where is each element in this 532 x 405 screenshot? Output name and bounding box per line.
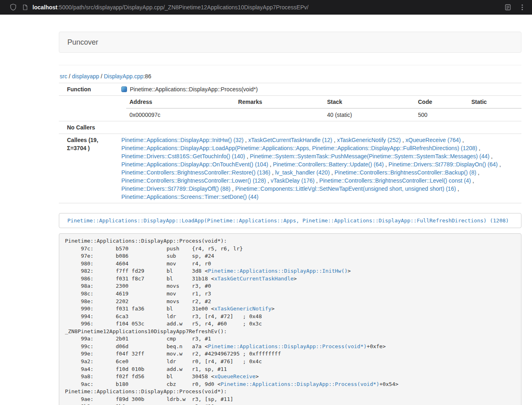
breadcrumb-link-src[interactable]: src	[60, 73, 67, 80]
code-symbol-link[interactable]: Pinetime::Applications::DisplayApp::Proc…	[221, 381, 379, 387]
page-icon	[21, 3, 29, 11]
callee-link[interactable]: Pinetime::Components::LittleVgl::SetNewT…	[235, 185, 456, 192]
callee-link[interactable]: Pinetime::Drivers::St7789::DisplayOn() (…	[388, 161, 498, 168]
method-icon	[121, 86, 127, 92]
callee-link[interactable]: xTaskGetCurrentTaskHandle (12)	[248, 137, 332, 143]
url-text: localhost:5000/path/src/displayapp/Displ…	[32, 4, 308, 11]
disassembly-panel: Pinetime::Applications::DisplayApp::Proc…	[59, 233, 521, 405]
function-detail-values-row: 0x0000097c 40 (static) 500	[126, 108, 521, 121]
callee-link[interactable]: vTaskDelay (176)	[271, 177, 314, 184]
callees-list: Pinetime::Applications::DisplayApp::Init…	[118, 134, 521, 203]
column-header: Remarks	[235, 96, 324, 108]
page-title: Puncover	[67, 38, 98, 47]
column-header: Code	[415, 96, 468, 108]
shield-icon[interactable]	[9, 3, 17, 11]
no-callers-label: No Callers	[59, 121, 118, 134]
static-cell	[468, 108, 521, 121]
breadcrumb-separator: /	[99, 73, 104, 80]
callee-link[interactable]: Pinetime::Applications::DisplayApp::Init…	[121, 137, 243, 143]
browser-chrome: localhost:5000/path/src/displayapp/Displ…	[0, 0, 532, 15]
breadcrumb-link-displayapp[interactable]: displayapp	[72, 73, 99, 80]
app-header: Puncover	[59, 32, 521, 53]
code-symbol-link[interactable]: xTaskGetCurrentTaskHandle	[214, 276, 294, 282]
stack-cell: 40 (static)	[324, 108, 415, 121]
function-name-cell: Pinetime::Applications::DisplayApp::Proc…	[118, 83, 521, 96]
address-cell: 0x0000097c	[126, 108, 235, 121]
callee-link[interactable]: Pinetime::Controllers::BrightnessControl…	[121, 169, 270, 176]
callee-link[interactable]: Pinetime::System::SystemTask::PushMessag…	[250, 153, 490, 159]
callee-link[interactable]: Pinetime::Applications::DisplayApp::Load…	[121, 145, 477, 151]
remarks-cell	[235, 108, 324, 121]
function-detail-table: AddressRemarksStackCodeStatic 0x0000097c…	[126, 96, 521, 121]
breadcrumb: src / displayapp / DisplayApp.cpp:86	[60, 73, 521, 80]
highlighted-callee-link[interactable]: Pinetime::Applications::DisplayApp::Load…	[67, 218, 509, 224]
function-row-label: Function	[59, 83, 118, 96]
highlighted-callee-panel: Pinetime::Applications::DisplayApp::Load…	[59, 213, 521, 228]
page-content: Puncover src / displayapp / DisplayApp.c…	[59, 32, 521, 405]
code-cell: 500	[415, 108, 468, 121]
column-header: Address	[126, 96, 235, 108]
inner-table-header-row: AddressRemarksStackCodeStatic	[126, 96, 521, 108]
code-symbol-link[interactable]: xTaskGenericNotify	[214, 306, 271, 312]
kebab-menu-icon[interactable]	[518, 3, 526, 11]
function-table: Function Pinetime::Applications::Display…	[59, 83, 521, 203]
callees-row: Callees (19, Σ=3704 ) Pinetime::Applicat…	[59, 134, 521, 203]
url-host: localhost	[32, 4, 57, 11]
code-symbol-link[interactable]: Pinetime::Applications::DisplayApp::Init…	[208, 268, 347, 274]
callee-link[interactable]: Pinetime::Controllers::BrightnessControl…	[121, 177, 266, 184]
no-callers-row: No Callers	[59, 121, 521, 134]
callee-link[interactable]: Pinetime::Drivers::St7789::DisplayOff() …	[121, 185, 230, 192]
no-callers-cell	[118, 121, 521, 134]
code-symbol-link[interactable]: Pinetime::Applications::DisplayApp::Proc…	[208, 343, 366, 349]
callee-link[interactable]: Pinetime::Applications::DisplayApp::OnTo…	[121, 161, 268, 168]
callee-link[interactable]: lv_task_handler (420)	[275, 169, 330, 176]
callee-link[interactable]: Pinetime::Drivers::Cst816S::GetTouchInfo…	[121, 153, 245, 159]
breadcrumb-line-number: :86	[143, 73, 151, 80]
divider	[59, 65, 521, 65]
callee-link[interactable]: xTaskGenericNotify (252)	[337, 137, 401, 143]
breadcrumb-link-file[interactable]: DisplayApp.cpp	[104, 73, 143, 80]
reader-view-icon[interactable]	[504, 3, 512, 11]
url-bar[interactable]: localhost:5000/path/src/displayapp/Displ…	[21, 3, 308, 11]
browser-actions	[504, 3, 526, 11]
callee-link[interactable]: xQueueReceive (764)	[405, 137, 461, 143]
column-header: Stack	[324, 96, 415, 108]
code-symbol-link[interactable]: xQueueReceive	[214, 373, 256, 379]
column-header: Static	[468, 96, 521, 108]
breadcrumb-separator: /	[67, 73, 72, 80]
callee-link[interactable]: Pinetime::Applications::Screens::Timer::…	[121, 194, 258, 200]
empty-row-label	[59, 96, 118, 121]
function-detail-cell: AddressRemarksStackCodeStatic 0x0000097c…	[118, 96, 521, 121]
callee-link[interactable]: Pinetime::Controllers::BrightnessControl…	[334, 169, 476, 176]
function-name: Pinetime::Applications::DisplayApp::Proc…	[130, 86, 258, 93]
url-path: :5000/path/src/displayapp/DisplayApp.cpp…	[57, 4, 308, 11]
function-row: Function Pinetime::Applications::Display…	[59, 83, 521, 96]
callees-label: Callees (19, Σ=3704 )	[59, 134, 118, 203]
callee-link[interactable]: Pinetime::Controllers::Battery::Update()…	[273, 161, 384, 168]
disassembly-pre: Pinetime::Applications::DisplayApp::Proc…	[65, 237, 515, 405]
callee-link[interactable]: Pinetime::Controllers::BrightnessControl…	[319, 177, 471, 184]
function-detail-row: AddressRemarksStackCodeStatic 0x0000097c…	[59, 96, 521, 121]
